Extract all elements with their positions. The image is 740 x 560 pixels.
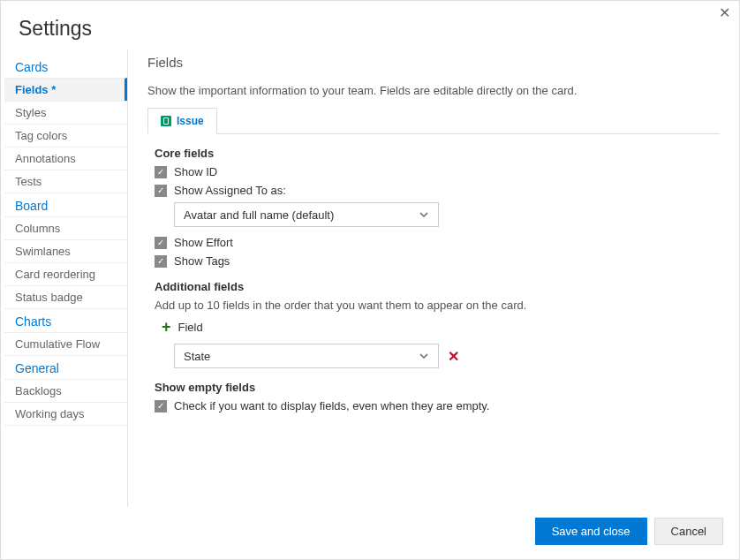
main-panel: Fields Show the important information to… [128, 49, 739, 507]
sidebar-item-label: Fields * [15, 83, 56, 96]
core-fields-header: Core fields [155, 147, 716, 160]
sidebar-item-label: Swimlanes [15, 245, 71, 258]
sidebar-item-label: Columns [15, 222, 60, 235]
additional-fields-header: Additional fields [155, 280, 716, 293]
add-field-button[interactable]: + Field [162, 319, 716, 335]
add-field-label: Field [178, 321, 203, 334]
sidebar-item-columns[interactable]: Columns [4, 216, 127, 239]
close-icon[interactable]: ✕ [719, 6, 730, 20]
sidebar-item-annotations[interactable]: Annotations [4, 147, 127, 170]
chevron-down-icon [419, 209, 429, 220]
section-description: Show the important information to your t… [147, 84, 720, 97]
settings-dialog: ✕ Settings Cards Fields * Styles Tag col… [0, 0, 740, 560]
sidebar-item-cumulative-flow[interactable]: Cumulative Flow [4, 332, 127, 356]
show-assigned-checkbox[interactable]: ✓ [155, 185, 167, 197]
sidebar-item-working-days[interactable]: Working days [4, 402, 127, 426]
sidebar-item-label: Cumulative Flow [15, 337, 100, 351]
additional-fields-block: Additional fields Add up to 10 fields in… [155, 280, 716, 368]
additional-fields-desc: Add up to 10 fields in the order that yo… [155, 299, 716, 312]
sidebar-item-fields[interactable]: Fields * [4, 78, 127, 101]
sidebar-item-tests[interactable]: Tests [4, 170, 127, 193]
sidebar-group-charts: Charts [4, 309, 127, 332]
save-and-close-button[interactable]: Save and close [535, 518, 647, 545]
show-tags-row: ✓ Show Tags [155, 254, 716, 268]
sidebar-item-label: Working days [15, 407, 85, 420]
tab-panel: Core fields ✓ Show ID ✓ Show Assigned To… [147, 134, 720, 423]
show-assigned-row: ✓ Show Assigned To as: [155, 184, 716, 197]
dialog-title: Settings [1, 1, 739, 49]
sidebar-item-label: Tag colors [15, 129, 67, 142]
field-select-value: State [184, 350, 210, 363]
show-tags-label: Show Tags [174, 254, 230, 268]
show-id-checkbox[interactable]: ✓ [155, 166, 167, 178]
tab-issue[interactable]: Issue [147, 108, 217, 134]
empty-fields-block: Show empty fields ✓ Check if you want to… [155, 381, 716, 412]
remove-field-icon[interactable]: ✕ [448, 348, 459, 365]
sidebar-group-board: Board [4, 193, 127, 216]
section-heading: Fields [147, 55, 720, 70]
empty-fields-checkbox[interactable]: ✓ [155, 400, 167, 412]
dialog-footer: Save and close Cancel [1, 507, 739, 559]
empty-fields-header: Show empty fields [155, 381, 716, 394]
sidebar-item-label: Backlogs [15, 384, 62, 397]
show-id-label: Show ID [174, 165, 217, 178]
assigned-to-value: Avatar and full name (default) [184, 208, 334, 222]
issue-icon [161, 116, 171, 126]
dialog-body: Cards Fields * Styles Tag colors Annotat… [1, 49, 739, 507]
sidebar-item-label: Styles [15, 106, 46, 119]
tab-bar: Issue [147, 108, 720, 134]
sidebar-item-styles[interactable]: Styles [4, 101, 127, 124]
sidebar-item-label: Card reordering [15, 268, 95, 281]
sidebar-item-swimlanes[interactable]: Swimlanes [4, 239, 127, 262]
empty-fields-row: ✓ Check if you want to display fields, e… [155, 399, 716, 412]
sidebar-item-label: Annotations [15, 152, 76, 165]
assigned-to-select[interactable]: Avatar and full name (default) [174, 202, 439, 227]
sidebar-item-status-badge[interactable]: Status badge [4, 285, 127, 309]
sidebar-item-card-reordering[interactable]: Card reordering [4, 262, 127, 285]
show-id-row: ✓ Show ID [155, 165, 716, 178]
sidebar-item-label: Tests [15, 175, 42, 188]
sidebar-item-backlogs[interactable]: Backlogs [4, 379, 127, 402]
field-select[interactable]: State [174, 344, 439, 368]
plus-icon: + [162, 319, 171, 335]
chevron-down-icon [419, 351, 429, 361]
show-tags-checkbox[interactable]: ✓ [155, 255, 167, 268]
field-row: State ✕ [174, 344, 716, 368]
sidebar: Cards Fields * Styles Tag colors Annotat… [4, 49, 128, 507]
cancel-button[interactable]: Cancel [654, 518, 723, 545]
tab-label: Issue [177, 115, 204, 127]
show-effort-label: Show Effort [174, 236, 233, 249]
empty-fields-label: Check if you want to display fields, eve… [174, 399, 489, 412]
sidebar-group-general: General [4, 356, 127, 379]
sidebar-group-cards: Cards [4, 55, 127, 78]
show-effort-row: ✓ Show Effort [155, 236, 716, 249]
sidebar-item-label: Status badge [15, 291, 83, 304]
show-assigned-label: Show Assigned To as: [174, 184, 286, 197]
sidebar-item-tag-colors[interactable]: Tag colors [4, 124, 127, 147]
show-effort-checkbox[interactable]: ✓ [155, 237, 167, 249]
